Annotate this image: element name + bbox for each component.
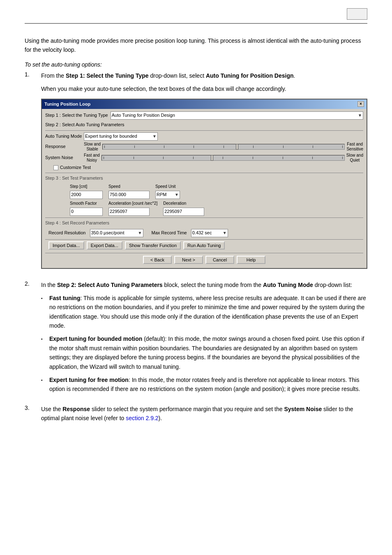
smooth-factor-input[interactable]: 0 <box>70 208 103 216</box>
tick <box>104 157 104 159</box>
deceleration-input[interactable]: 2295097 <box>163 208 204 216</box>
back-button[interactable]: < Back <box>143 256 172 264</box>
acceleration-value: 2295097 <box>110 208 127 215</box>
dialog-close-button[interactable]: × <box>357 101 364 107</box>
acceleration-col: Acceleration [count /sec^2] 2295097 <box>108 200 157 216</box>
acceleration-input[interactable]: 2295097 <box>108 208 150 216</box>
tick <box>163 157 164 159</box>
speed-input[interactable]: 750.000 <box>108 191 150 199</box>
list-item-2: 2. In the Step 2: Select Auto Tuning Par… <box>25 280 367 398</box>
system-noise-left-label: Fast and Noisy <box>84 153 100 163</box>
dialog-title-bar: Tuning Position Loop × <box>42 99 367 109</box>
tick <box>194 146 194 148</box>
sub-bullet-expert-bounded: ▪ Expert tuning for bounded motion (defa… <box>41 334 367 371</box>
top-bar <box>25 8 367 24</box>
deceleration-col: Deceleration 2295097 <box>163 200 204 216</box>
list-number-2: 2. <box>25 280 41 398</box>
help-button[interactable]: Help <box>237 256 265 264</box>
dialog-box: Tuning Position Loop × Step 1 : Select t… <box>41 99 367 269</box>
response-left-label: Slow and Stable <box>84 142 101 152</box>
tick <box>134 146 135 148</box>
response-slider-thumb[interactable] <box>236 144 238 150</box>
speed-unit-dropdown[interactable]: RPM ▼ <box>155 191 180 199</box>
step-cnt-value: 2000 <box>71 191 81 199</box>
system-noise-slider-ticks <box>102 157 344 159</box>
acceleration-label: Acceleration [count /sec^2] <box>108 200 157 207</box>
mode-dropdown-arrow: ▼ <box>152 133 157 140</box>
next-button[interactable]: Next > <box>174 256 203 264</box>
system-noise-slider-thumb[interactable] <box>211 155 213 161</box>
list3-text: Use the Response slider to select the sy… <box>41 405 367 423</box>
run-auto-tuning-button[interactable]: Run Auto Tuning <box>183 241 225 250</box>
divider1 <box>45 130 363 131</box>
list-item-1: 1. From the Step 1: Select the Tuning Ty… <box>25 71 367 274</box>
record-resolution-arrow: ▼ <box>138 230 142 236</box>
max-record-time-label: Max Record Time <box>152 229 187 237</box>
list1-main: From the Step 1: Select the Tuning Type … <box>41 71 367 80</box>
numbered-list: 1. From the Step 1: Select the Tuning Ty… <box>25 71 367 427</box>
step1-dropdown-arrow: ▼ <box>358 112 362 119</box>
step1-dropdown[interactable]: Auto Tuning for Position Design ▼ <box>111 111 363 120</box>
system-noise-right-label: Slow and Quiet <box>346 153 363 163</box>
step2-section: Step 2 : Select Auto Tuning Parameters <box>45 121 363 129</box>
tick <box>164 146 164 148</box>
italic-instruction: To set the auto-tuning options: <box>25 61 367 68</box>
top-bar-box <box>347 8 367 20</box>
step1-label: Step 1 : Select the Tuning Type <box>45 112 108 119</box>
bullet-marker: ▪ <box>41 294 49 331</box>
speed-col: Speed 750.000 <box>108 183 150 199</box>
system-noise-row: System Noise Fast and Noisy <box>45 153 363 163</box>
step2-label: Step 2 : Select Auto Tuning Parameters <box>45 121 125 129</box>
dialog-title: Tuning Position Loop <box>44 101 90 108</box>
expert-free-content: Expert tuning for free motion: In this m… <box>49 375 367 394</box>
tick <box>342 146 343 148</box>
import-data-button[interactable]: Import Data... <box>48 241 84 250</box>
bullet-marker: ▪ <box>41 375 49 394</box>
customize-test-row: Customize Test <box>53 164 363 171</box>
list-content-1: From the Step 1: Select the Tuning Type … <box>41 71 367 274</box>
system-noise-slider[interactable] <box>101 155 345 161</box>
list-number-1: 1. <box>25 71 41 274</box>
bullet-marker: ▪ <box>41 334 49 371</box>
record-resolution-value: 350.0 µsec/point <box>91 229 125 237</box>
action-buttons: Import Data... Export Data... Show Trans… <box>45 239 363 251</box>
list-number-3: 3. <box>25 405 41 427</box>
speed-label: Speed <box>108 183 150 190</box>
max-record-time-value: 0.432 sec <box>192 229 212 237</box>
system-noise-label: System Noise <box>45 154 82 162</box>
show-transfer-button[interactable]: Show Transfer Function <box>125 241 181 250</box>
response-slider[interactable] <box>102 144 345 150</box>
speed-value: 750.000 <box>110 191 126 199</box>
step3-inputs-row1: Step [cnt] 2000 Speed 750.000 <box>70 183 363 199</box>
export-data-button[interactable]: Export Data... <box>87 241 122 250</box>
smooth-factor-col: Smooth Factor 0 <box>70 200 103 216</box>
step-cnt-input[interactable]: 2000 <box>70 191 103 199</box>
section-link[interactable]: section 2.9.2 <box>126 415 158 421</box>
sub-bullet-fast-tuning: ▪ Fast tuning: This mode is applicable f… <box>41 294 367 331</box>
divider2 <box>45 173 363 173</box>
step1-section: Step 1 : Select the Tuning Type Auto Tun… <box>45 111 363 120</box>
tick <box>283 146 284 148</box>
tick <box>223 157 223 159</box>
step1-dropdown-value: Auto Tuning for Position Design <box>112 112 175 119</box>
list-item-3: 3. Use the Response slider to select the… <box>25 405 367 427</box>
customize-test-label: Customize Test <box>60 164 91 171</box>
fast-tuning-content: Fast tuning: This mode is applicable for… <box>49 294 367 331</box>
step-cnt-label: Step [cnt] <box>70 183 103 190</box>
max-record-time-dropdown[interactable]: 0.432 sec ▼ <box>191 229 228 237</box>
auto-tuning-mode-dropdown[interactable]: Expert tuning for bounded ▼ <box>84 132 158 141</box>
record-resolution-label: Record Resolution <box>48 229 86 237</box>
tick <box>134 157 134 159</box>
customize-test-checkbox[interactable] <box>53 165 58 170</box>
smooth-factor-value: 0 <box>71 208 74 215</box>
sub-bullets-list: ▪ Fast tuning: This mode is applicable f… <box>41 294 367 394</box>
step-cnt-col: Step [cnt] 2000 <box>70 183 103 199</box>
nav-buttons: < Back Next > Cancel Help <box>45 253 363 266</box>
cancel-button[interactable]: Cancel <box>205 256 234 264</box>
intro-paragraph: Using the auto-tuning mode provides more… <box>25 36 367 55</box>
tick <box>312 157 313 159</box>
record-params-row: Record Resolution 350.0 µsec/point ▼ Max… <box>45 228 363 238</box>
record-resolution-dropdown[interactable]: 350.0 µsec/point ▼ <box>90 229 143 237</box>
speed-unit-label: Speed Unit <box>155 183 180 190</box>
tick <box>253 146 254 148</box>
